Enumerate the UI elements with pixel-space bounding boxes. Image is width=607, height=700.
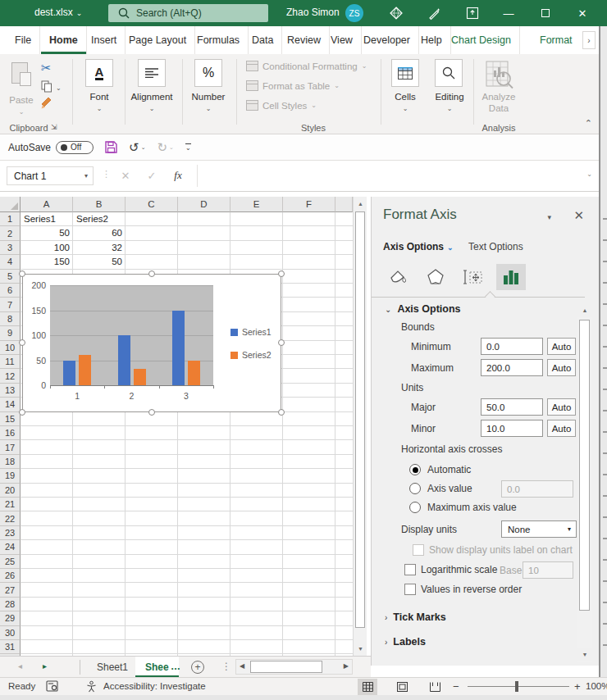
bar-series2-cat3[interactable] — [188, 361, 200, 386]
font-button[interactable]: Font — [79, 92, 120, 102]
font-icon[interactable]: A — [85, 59, 113, 87]
analyze-data-button[interactable]: Analyze — [476, 92, 522, 102]
maximize-button[interactable] — [532, 0, 559, 26]
cell-A3[interactable]: 100 — [21, 241, 73, 255]
axis-value-radio[interactable] — [409, 483, 421, 494]
tab-developer[interactable]: Developer — [355, 26, 419, 54]
row-header-3[interactable]: 3 — [0, 241, 21, 255]
x-axis-label-1[interactable]: 1 — [67, 391, 87, 401]
tab-file[interactable]: File — [7, 26, 40, 54]
row-header-28[interactable]: 28 — [0, 598, 21, 611]
row-header-22[interactable]: 22 — [0, 511, 21, 525]
x-axis-label-3[interactable]: 3 — [176, 391, 196, 401]
cut-icon[interactable]: ✂ — [41, 61, 52, 75]
pane-tab-axis-options[interactable]: Axis Options⌄ — [383, 241, 454, 252]
column-header-partial[interactable] — [335, 197, 353, 212]
pane-close-icon[interactable]: ✕ — [573, 208, 584, 223]
horizontal-scrollbar[interactable]: ◀ ▶ — [235, 659, 353, 675]
maximum-axis-value-radio[interactable] — [409, 502, 421, 513]
copy-icon[interactable] — [41, 80, 52, 93]
editing-icon[interactable] — [435, 59, 463, 87]
paste-button[interactable]: Paste — [5, 95, 38, 105]
sheet-nav-right-icon[interactable]: ▸ — [43, 661, 47, 670]
save-button[interactable] — [105, 141, 117, 153]
row-header-24[interactable]: 24 — [0, 540, 21, 554]
row-header-1[interactable]: 1 — [0, 212, 21, 226]
chart-handle-middle-right[interactable] — [278, 339, 285, 346]
column-header-F[interactable]: F — [283, 197, 335, 212]
cells-icon[interactable] — [391, 59, 419, 87]
normal-view-icon[interactable] — [358, 679, 377, 695]
effects-icon[interactable] — [421, 264, 450, 290]
autosave-toggle[interactable]: Off — [56, 141, 94, 154]
chart-handle-middle-left[interactable] — [19, 339, 25, 346]
pane-tab-text-options[interactable]: Text Options — [468, 241, 523, 252]
cell-B2[interactable]: 60 — [73, 226, 126, 240]
new-sheet-icon[interactable]: + — [191, 661, 204, 674]
diamond-icon[interactable] — [389, 6, 404, 20]
row-header-16[interactable]: 16 — [0, 426, 21, 440]
row-header-17[interactable]: 17 — [0, 440, 21, 454]
qat-overflow-icon[interactable]: ⌄ — [185, 143, 191, 151]
chart-handle-top-center[interactable] — [148, 270, 155, 277]
vertical-scroll-thumb[interactable] — [355, 211, 365, 628]
row-header-19[interactable]: 19 — [0, 469, 21, 483]
alignment-button[interactable]: Alignment — [126, 92, 177, 102]
row-header-9[interactable]: 9 — [0, 326, 21, 340]
tab-data[interactable]: Data — [244, 26, 282, 54]
hscroll-right-icon[interactable]: ▶ — [344, 662, 349, 670]
row-header-26[interactable]: 26 — [0, 569, 21, 583]
format-painter-icon[interactable] — [40, 97, 53, 110]
maximum-input[interactable] — [481, 359, 543, 376]
format-as-table-button[interactable]: Format as Table⌄ — [246, 80, 340, 91]
zoom-level[interactable]: 100% — [586, 681, 607, 691]
minimum-auto-button[interactable]: Auto — [547, 338, 576, 355]
bar-series1-cat1[interactable] — [63, 361, 75, 386]
pane-scrollbar[interactable]: ▲ ▼ — [577, 303, 592, 662]
row-header-8[interactable]: 8 — [0, 312, 21, 326]
sheet-nav-left-icon[interactable]: ◂ — [18, 661, 22, 670]
cell-B4[interactable]: 50 — [73, 255, 126, 269]
scroll-down-icon[interactable]: ▼ — [354, 642, 367, 656]
chart-handle-bottom-center[interactable] — [148, 409, 155, 416]
bar-series1-cat2[interactable] — [118, 335, 130, 385]
alignment-icon[interactable] — [138, 59, 166, 87]
row-header-12[interactable]: 12 — [0, 369, 21, 383]
file-name[interactable]: dest.xlsx⌄ — [34, 7, 82, 18]
cell-styles-button[interactable]: Cell Styles⌄ — [246, 100, 317, 111]
formula-input[interactable] — [197, 165, 594, 187]
row-header-11[interactable]: 11 — [0, 355, 21, 369]
row-header-15[interactable]: 15 — [0, 412, 21, 426]
size-properties-icon[interactable] — [459, 264, 488, 290]
cell-A2[interactable]: 50 — [21, 226, 73, 240]
user-name[interactable]: Zhao Simon — [286, 7, 340, 18]
tab-format[interactable]: Format — [532, 26, 581, 54]
minor-auto-button[interactable]: Auto — [547, 420, 576, 437]
bar-series1-cat3[interactable] — [172, 311, 185, 386]
scroll-up-icon[interactable]: ▲ — [354, 197, 367, 211]
major-auto-button[interactable]: Auto — [547, 398, 576, 416]
accessibility-status[interactable]: Accessibility: Investigate — [103, 681, 206, 691]
row-header-30[interactable]: 30 — [0, 626, 21, 640]
values-reverse-order-checkbox[interactable] — [404, 584, 416, 595]
column-header-C[interactable]: C — [126, 197, 178, 212]
x-axis-label-2[interactable]: 2 — [122, 391, 142, 401]
pane-scroll-thumb[interactable] — [579, 320, 590, 611]
y-axis-label-50[interactable]: 50 — [25, 356, 46, 366]
y-axis-label-150[interactable]: 150 — [25, 306, 46, 316]
ribbon-display-options-icon[interactable] — [465, 6, 480, 20]
tab-home[interactable]: Home — [41, 26, 87, 54]
horizontal-scroll-thumb[interactable] — [250, 661, 322, 673]
number-icon[interactable]: % — [194, 59, 222, 87]
page-break-preview-icon[interactable] — [425, 679, 445, 695]
undo-button[interactable]: ↺⌄ — [129, 140, 145, 155]
row-header-13[interactable]: 13 — [0, 384, 21, 398]
search-box[interactable]: Search (Alt+Q) — [108, 4, 268, 22]
tab-insert[interactable]: Insert — [83, 26, 126, 54]
pane-scroll-down-icon[interactable]: ▼ — [577, 648, 592, 661]
row-header-31[interactable]: 31 — [0, 640, 21, 654]
close-button[interactable]: ✕ — [568, 0, 596, 26]
accessibility-icon[interactable] — [85, 680, 98, 693]
number-button[interactable]: Number — [185, 92, 231, 102]
legend-item-series1[interactable]: Series1 — [230, 327, 272, 337]
